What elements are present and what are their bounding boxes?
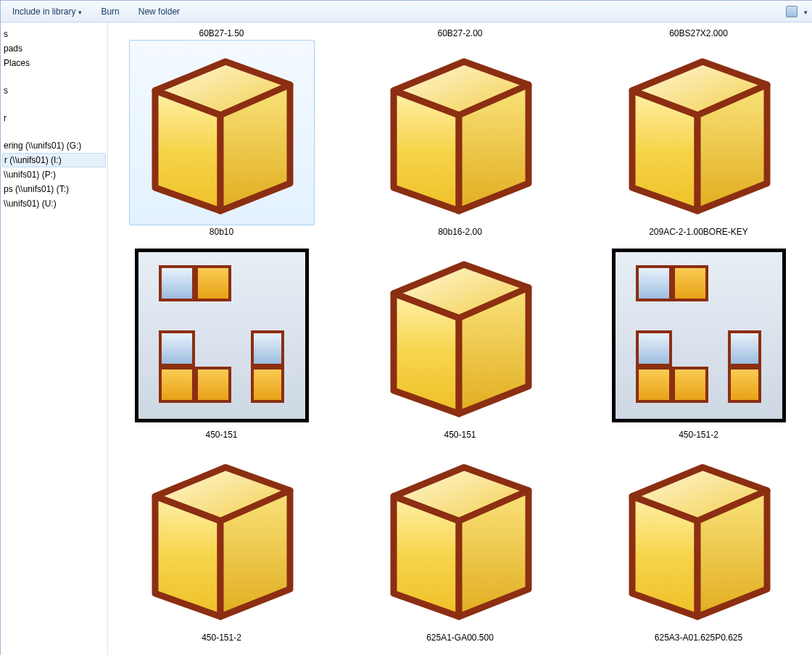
file-thumbnail-assembly[interactable] — [606, 243, 792, 428]
file-thumbnail-part[interactable] — [606, 40, 792, 225]
file-label-bottom: 450-151 — [205, 430, 237, 440]
navigation-pane: spadsPlacessrering (\\unifs01) (G:)r (\\… — [1, 22, 108, 655]
svg-marker-10 — [394, 293, 459, 414]
file-label-bottom: 625A1-GA00.500 — [426, 633, 494, 643]
file-label-bottom: 80b10 — [210, 227, 233, 237]
file-label-bottom: 209AC-2-1.00BORE-KEY — [649, 227, 748, 237]
file-thumbnail-part[interactable] — [368, 40, 553, 225]
cube-icon — [612, 451, 786, 625]
file-label-bottom: 80b16-2.00 — [438, 227, 482, 237]
file-label-top: 60BS27X2.000 — [669, 28, 728, 38]
file-item[interactable]: 60B27-2.0080b16-2.00 — [355, 28, 565, 237]
cube-icon — [135, 46, 309, 220]
sidebar-item[interactable]: \\unifs01) (U:) — [1, 196, 107, 211]
file-item[interactable]: 625A1-GA00.500 — [355, 444, 565, 643]
cube-icon — [373, 46, 547, 220]
svg-marker-19 — [632, 496, 697, 617]
sidebar-item[interactable]: ps (\\unifs01) (T:) — [1, 182, 107, 196]
cube-icon — [373, 249, 547, 422]
sidebar-item[interactable]: ering (\\unifs01) (G:) — [1, 138, 107, 153]
include-in-library-button[interactable]: Include in library — [5, 4, 89, 20]
file-label-bottom: 450-151-2 — [202, 633, 241, 643]
file-item[interactable]: 450-151 — [117, 241, 326, 440]
svg-marker-7 — [632, 91, 697, 211]
file-label-bottom: 450-151 — [444, 430, 476, 440]
view-options-dropdown[interactable] — [802, 7, 808, 17]
assembly-icon — [135, 249, 309, 422]
svg-marker-16 — [394, 496, 459, 617]
sidebar-item[interactable]: pads — [1, 41, 107, 56]
file-item[interactable]: 450-151-2 — [594, 241, 803, 440]
sidebar-item[interactable]: r — [1, 111, 107, 125]
cube-icon — [373, 451, 547, 625]
file-thumbnail-part[interactable] — [368, 446, 553, 631]
toolbar: Include in library Burn New folder — [1, 1, 812, 22]
cube-icon — [135, 451, 309, 625]
svg-marker-1 — [155, 91, 220, 211]
sidebar-item[interactable]: s — [1, 83, 107, 98]
file-content-pane: 60B27-1.5080b1060B27-2.0080b16-2.0060BS2… — [108, 22, 812, 655]
sidebar-item[interactable]: r (\\unifs01) (I:) — [2, 153, 106, 167]
svg-marker-4 — [394, 91, 459, 211]
file-thumbnail-part[interactable] — [606, 446, 792, 631]
view-options-icon[interactable] — [786, 6, 798, 17]
file-label-top: 60B27-1.50 — [199, 28, 244, 38]
sidebar-item[interactable]: s — [1, 27, 107, 41]
file-thumbnail-part[interactable] — [129, 446, 315, 631]
file-label-top: 60B27-2.00 — [437, 28, 482, 38]
file-thumbnail-part[interactable] — [129, 40, 315, 225]
file-label-bottom: 450-151-2 — [679, 430, 718, 440]
burn-button[interactable]: Burn — [94, 4, 126, 20]
file-item[interactable]: 450-151-2 — [117, 444, 326, 643]
file-item[interactable]: 60BS27X2.000209AC-2-1.00BORE-KEY — [594, 28, 803, 237]
file-thumbnail-part[interactable] — [368, 243, 553, 428]
file-item[interactable]: 60B27-1.5080b10 — [117, 28, 326, 237]
file-thumbnail-assembly[interactable] — [129, 243, 315, 428]
sidebar-item[interactable]: Places — [1, 56, 107, 70]
sidebar-item[interactable]: \\unifs01) (P:) — [1, 167, 107, 182]
new-folder-button[interactable]: New folder — [131, 4, 187, 20]
file-item[interactable]: 450-151 — [355, 241, 565, 440]
svg-marker-13 — [155, 496, 220, 617]
file-item[interactable]: 625A3-A01.625P0.625 — [594, 444, 803, 643]
assembly-icon — [612, 249, 786, 422]
cube-icon — [612, 46, 786, 220]
file-label-bottom: 625A3-A01.625P0.625 — [655, 633, 742, 643]
